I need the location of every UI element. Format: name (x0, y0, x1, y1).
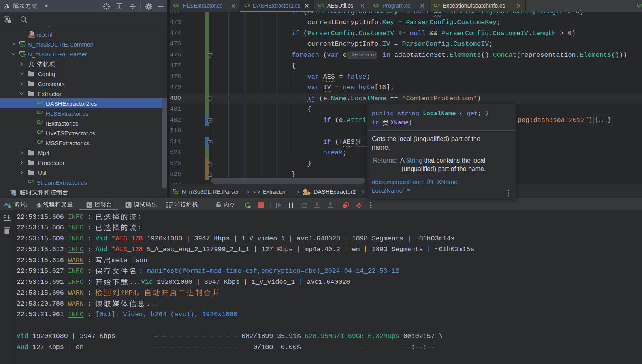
svg-text:C#: C# (20, 53, 26, 58)
svg-text:C#: C# (20, 43, 26, 48)
svg-text:C#: C# (174, 190, 179, 195)
svg-text:<>: <> (30, 34, 34, 38)
